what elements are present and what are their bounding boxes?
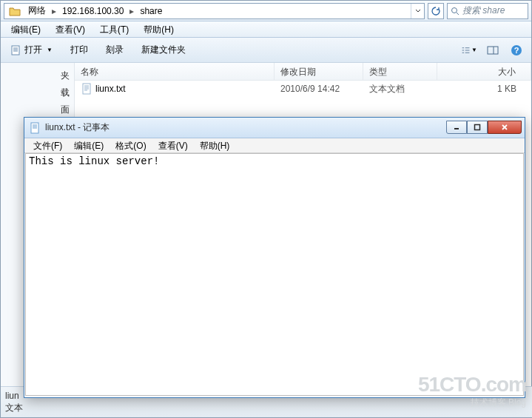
menu-file[interactable]: 文件(F) bbox=[27, 138, 68, 152]
address-dropdown-button[interactable] bbox=[411, 4, 424, 18]
text-editor[interactable] bbox=[25, 153, 524, 396]
notepad-window: liunx.txt - 记事本 文件(F) 编辑(E) 格式(O) 查看(V) … bbox=[24, 117, 525, 398]
close-icon bbox=[500, 124, 509, 131]
window-title: liunx.txt - 记事本 bbox=[45, 121, 442, 134]
column-headers: 名称 修改日期 类型 大小 bbox=[75, 63, 531, 81]
minimize-button[interactable] bbox=[446, 121, 467, 134]
svg-rect-1 bbox=[12, 46, 19, 55]
crumb-share[interactable]: share bbox=[135, 4, 166, 18]
chevron-down-icon: ▼ bbox=[47, 47, 53, 53]
close-button[interactable] bbox=[488, 121, 522, 134]
refresh-button[interactable] bbox=[428, 3, 444, 19]
address-bar: 网络 ▸ 192.168.100.30 ▸ share 搜索 share bbox=[1, 1, 531, 21]
notepad-menu-bar: 文件(F) 编辑(E) 格式(O) 查看(V) 帮助(H) bbox=[24, 138, 525, 153]
menu-edit[interactable]: 编辑(E) bbox=[68, 138, 110, 152]
help-button[interactable]: ? bbox=[508, 42, 525, 58]
column-type[interactable]: 类型 bbox=[363, 63, 437, 80]
chevron-down-icon bbox=[415, 8, 421, 14]
help-icon: ? bbox=[511, 44, 522, 56]
file-name: liunx.txt bbox=[95, 84, 126, 94]
menu-format[interactable]: 格式(O) bbox=[110, 138, 152, 152]
maximize-icon bbox=[474, 124, 481, 131]
search-icon bbox=[451, 7, 459, 16]
search-input[interactable]: 搜索 share bbox=[447, 3, 528, 19]
burn-button[interactable]: 刻录 bbox=[103, 42, 127, 58]
minimize-icon bbox=[453, 124, 460, 131]
sidebar-item[interactable]: 夹 bbox=[4, 67, 71, 84]
sidebar-item[interactable]: 载 bbox=[4, 84, 71, 101]
svg-text:?: ? bbox=[514, 46, 519, 55]
sidebar-item[interactable]: 面 bbox=[4, 101, 71, 118]
menu-bar: 编辑(E) 查看(V) 工具(T) 帮助(H) bbox=[1, 21, 531, 38]
view-options-button[interactable]: ▼ bbox=[460, 42, 478, 58]
file-type: 文本文档 bbox=[363, 81, 437, 97]
open-button[interactable]: 打开 ▼ bbox=[7, 42, 55, 58]
refresh-icon bbox=[431, 6, 441, 16]
pane-icon bbox=[487, 45, 499, 55]
menu-help[interactable]: 帮助(H) bbox=[194, 138, 236, 152]
file-size: 1 KB bbox=[437, 82, 531, 95]
status-filetype: 文本 bbox=[5, 402, 528, 414]
document-icon bbox=[10, 44, 21, 56]
menu-view[interactable]: 查看(V) bbox=[152, 138, 194, 152]
svg-point-0 bbox=[452, 7, 457, 13]
svg-rect-7 bbox=[475, 124, 480, 129]
column-date[interactable]: 修改日期 bbox=[275, 63, 363, 80]
notepad-icon bbox=[29, 122, 41, 134]
crumb-network[interactable]: 网络 bbox=[24, 4, 50, 18]
file-date: 2010/6/9 14:42 bbox=[275, 82, 363, 95]
toolbar: 打开 ▼ 打印 刻录 新建文件夹 ▼ ? bbox=[1, 38, 531, 63]
menu-view[interactable]: 查看(V) bbox=[48, 21, 92, 37]
svg-rect-2 bbox=[488, 47, 498, 54]
folder-icon bbox=[9, 6, 21, 16]
table-row[interactable]: liunx.txt 2010/6/9 14:42 文本文档 1 KB bbox=[75, 81, 531, 97]
column-size[interactable]: 大小 bbox=[437, 63, 531, 80]
new-folder-button[interactable]: 新建文件夹 bbox=[138, 42, 189, 58]
preview-pane-button[interactable] bbox=[484, 42, 502, 58]
list-icon bbox=[461, 45, 471, 55]
search-placeholder: 搜索 share bbox=[462, 4, 505, 17]
menu-edit[interactable]: 编辑(E) bbox=[4, 21, 48, 37]
menu-help[interactable]: 帮助(H) bbox=[136, 21, 181, 37]
breadcrumb[interactable]: 网络 ▸ 192.168.100.30 ▸ share bbox=[4, 3, 425, 19]
chevron-right-icon: ▸ bbox=[128, 6, 135, 16]
menu-tools[interactable]: 工具(T) bbox=[92, 21, 136, 37]
crumb-ip[interactable]: 192.168.100.30 bbox=[58, 4, 128, 18]
maximize-button[interactable] bbox=[467, 121, 488, 134]
chevron-right-icon: ▸ bbox=[50, 6, 58, 16]
text-file-icon bbox=[81, 83, 92, 95]
column-name[interactable]: 名称 bbox=[75, 63, 275, 80]
print-button[interactable]: 打印 bbox=[67, 42, 91, 58]
title-bar[interactable]: liunx.txt - 记事本 bbox=[24, 118, 525, 138]
